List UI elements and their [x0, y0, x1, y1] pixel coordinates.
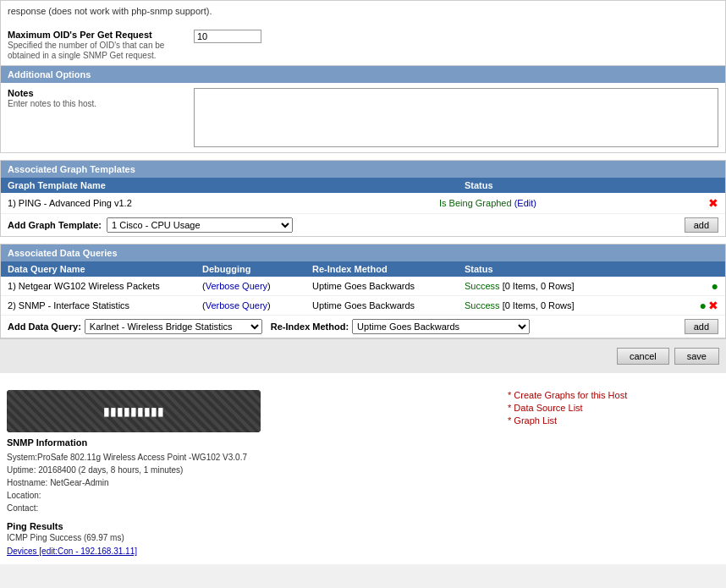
save-button[interactable]: save — [674, 348, 719, 365]
max-oid-value-container — [194, 30, 261, 43]
col-template-name-header: Graph Template Name — [8, 180, 465, 190]
additional-options-section: Additional Options Notes Enter notes to … — [0, 66, 726, 153]
cancel-button[interactable]: cancel — [617, 348, 669, 365]
snmp-info-title: SNMP Information — [7, 437, 491, 448]
graph-templates-section: Associated Graph Templates Graph Templat… — [0, 160, 726, 237]
reindex-method-label: Re-Index Method: — [271, 321, 349, 332]
snmp-contact: Contact: — [7, 502, 491, 514]
snmp-hostname: Hostname: NetGear-Admin — [7, 476, 491, 489]
host-info: ▮▮▮▮▮▮▮▮▮ SNMP Information System:ProSaf… — [7, 390, 491, 556]
main-container: response (does not work with php-snmp su… — [0, 0, 726, 564]
additional-options-header: Additional Options — [1, 66, 725, 83]
template-delete-1[interactable]: ✖ — [693, 196, 718, 210]
max-oid-row: Maximum OID's Per Get Request Specified … — [0, 25, 726, 66]
dq-verbose-link-1[interactable]: Verbose Query — [206, 281, 267, 291]
add-template-label: Add Graph Template: — [8, 220, 102, 230]
data-queries-header: Associated Data Queries — [1, 245, 725, 261]
ping-result: ICMP Ping Success (69.97 ms) — [7, 533, 491, 542]
graph-templates-col-headers: Graph Template Name Status — [1, 178, 725, 193]
response-note: response (does not work with php-snmp su… — [8, 6, 718, 16]
reindex-method-select[interactable]: Uptime Goes Backwards Index Count Change… — [352, 319, 530, 334]
dq-col-status-header: Status — [465, 264, 718, 274]
snmp-info-text: System:ProSafe 802.11g Wireless Access P… — [7, 451, 491, 514]
dq-rerun-icon-1[interactable]: ● — [712, 279, 718, 293]
add-template-button[interactable]: add — [685, 217, 718, 233]
add-query-label: Add Data Query: — [8, 321, 81, 332]
graph-list-link[interactable]: Graph List — [508, 415, 719, 426]
dq-name-1: 1) Netgear WG102 Wireless Packets — [8, 281, 202, 291]
template-edit-link-1[interactable]: (Edit) — [514, 198, 536, 208]
add-query-button[interactable]: add — [685, 319, 718, 334]
dq-col-debug-header: Debugging — [202, 264, 312, 274]
template-name-1: 1) PING - Advanced Ping v1.2 — [8, 198, 439, 208]
dq-verbose-link-2[interactable]: Verbose Query — [206, 300, 267, 310]
template-status-1: Is Being Graphed (Edit) — [439, 198, 693, 208]
add-template-row: Add Graph Template: 1 Cisco - CPU Usage … — [1, 214, 725, 236]
max-oid-input[interactable] — [194, 30, 261, 43]
dq-col-reindex-header: Re-Index Method — [312, 264, 465, 274]
top-section: response (does not work with php-snmp su… — [0, 0, 726, 25]
snmp-system: System:ProSafe 802.11g Wireless Access P… — [7, 451, 491, 464]
host-image: ▮▮▮▮▮▮▮▮▮ — [7, 390, 261, 432]
right-links: Create Graphs for this Host Data Source … — [508, 390, 719, 556]
dq-col-headers: Data Query Name Debugging Re-Index Metho… — [1, 261, 725, 277]
notes-row: Notes Enter notes to this host. — [1, 83, 725, 152]
devices-link[interactable]: Devices [edit:Con - 192.168.31.11] — [7, 547, 137, 556]
bottom-section: ▮▮▮▮▮▮▮▮▮ SNMP Information System:ProSaf… — [0, 382, 726, 564]
buttons-row: cancel save — [0, 338, 726, 373]
data-queries-section: Associated Data Queries Data Query Name … — [0, 244, 726, 338]
add-query-row: Add Data Query: Karlnet - Wireless Bridg… — [1, 316, 725, 338]
delete-icon-1[interactable]: ✖ — [708, 196, 718, 210]
dq-status-2: Success [0 Items, 0 Rows] — [465, 300, 700, 310]
max-oid-label: Maximum OID's Per Get Request Specified … — [8, 30, 194, 60]
dq-actions-2: ● ✖ — [700, 299, 718, 312]
create-graphs-link[interactable]: Create Graphs for this Host — [508, 390, 719, 400]
data-source-list-link[interactable]: Data Source List — [508, 403, 719, 413]
dq-actions-1: ● — [712, 279, 718, 293]
notes-textarea[interactable] — [194, 88, 718, 147]
dq-delete-icon-2[interactable]: ✖ — [708, 299, 718, 312]
template-row-1: 1) PING - Advanced Ping v1.2 Is Being Gr… — [1, 193, 725, 214]
dq-reindex-2: Uptime Goes Backwards — [312, 300, 465, 310]
graph-templates-header: Associated Graph Templates — [1, 161, 725, 178]
dq-debug-2: (Verbose Query) — [202, 300, 312, 310]
dq-debug-1: (Verbose Query) — [202, 281, 312, 291]
ping-results-title: Ping Results — [7, 521, 491, 531]
snmp-location: Location: — [7, 489, 491, 502]
dq-col-name-header: Data Query Name — [8, 264, 202, 274]
dq-row-1: 1) Netgear WG102 Wireless Packets (Verbo… — [1, 277, 725, 296]
add-template-select[interactable]: 1 Cisco - CPU Usage 2 Cisco - Memory — [107, 217, 293, 233]
dq-rerun-icon-2[interactable]: ● — [700, 299, 707, 312]
col-status-header: Status — [465, 180, 718, 190]
add-query-select[interactable]: Karlnet - Wireless Bridge Statistics SNM… — [85, 319, 262, 334]
dq-name-2: 2) SNMP - Interface Statistics — [8, 300, 202, 310]
dq-reindex-1: Uptime Goes Backwards — [312, 281, 465, 291]
dq-row-2: 2) SNMP - Interface Statistics (Verbose … — [1, 296, 725, 316]
notes-label: Notes Enter notes to this host. — [8, 88, 194, 108]
dq-status-1: Success [0 Items, 0 Rows] — [465, 281, 712, 291]
snmp-uptime: Uptime: 20168400 (2 days, 8 hours, 1 min… — [7, 464, 491, 476]
